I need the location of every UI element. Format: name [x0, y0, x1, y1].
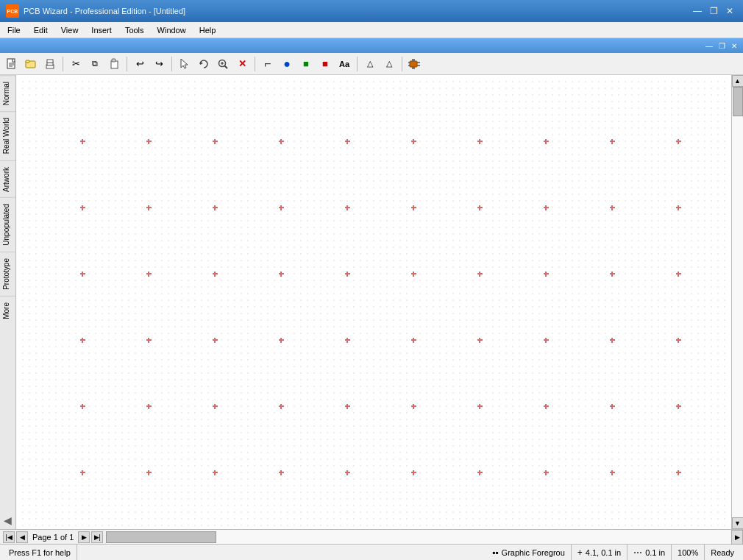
pad-blue-button[interactable]: ● — [278, 55, 296, 73]
app-icon-text: PCB — [7, 9, 18, 14]
text-button[interactable]: Aa — [335, 55, 353, 73]
print-button[interactable] — [41, 55, 59, 73]
page-prev-button[interactable]: ◀ — [16, 531, 28, 543]
layer-icon: ▪▪ — [492, 547, 499, 558]
menu-tools[interactable]: Tools — [119, 22, 150, 38]
doc-minimize-button[interactable]: — — [703, 40, 715, 51]
svg-rect-8 — [47, 60, 53, 63]
open-button[interactable] — [22, 55, 40, 73]
svg-rect-17 — [410, 61, 417, 67]
svg-marker-11 — [181, 59, 188, 68]
status-coordinates: + 4.1, 0.1 in — [572, 545, 628, 560]
toolbar-sep6 — [402, 57, 402, 71]
scroll-right-button[interactable]: ▶ — [731, 530, 743, 545]
sidebar-tab-prototype[interactable]: Prototype — [0, 252, 15, 296]
horizontal-scroll-thumb[interactable] — [106, 531, 216, 543]
status-zoom: 100% — [672, 545, 705, 560]
sidebar-collapse[interactable]: ◀ — [1, 511, 15, 529]
doc-restore-button[interactable]: ❐ — [716, 40, 728, 51]
rotate-button[interactable] — [195, 55, 213, 73]
menu-window[interactable]: Window — [152, 22, 192, 38]
doc-close-button[interactable]: ✕ — [728, 40, 740, 51]
canvas-area[interactable] — [16, 75, 731, 529]
cut-button[interactable]: ✂ — [67, 55, 85, 73]
toolbar-sep3 — [171, 57, 172, 71]
menu-help[interactable]: Help — [193, 22, 222, 38]
status-layer: ▪▪ Graphic Foregrou — [486, 545, 572, 560]
scroll-thumb-vertical[interactable] — [733, 87, 743, 116]
status-grid: ⋯ 0.1 in — [628, 545, 672, 560]
left-sidebar: Normal Real World Artwork Unpopulated Pr… — [0, 75, 16, 529]
svg-line-14 — [225, 65, 228, 68]
sidebar-tab-artwork[interactable]: Artwork — [0, 160, 15, 198]
scroll-up-button[interactable]: ▲ — [732, 75, 744, 87]
layer-text: Graphic Foregrou — [502, 548, 565, 557]
scroll-down-button[interactable]: ▼ — [732, 517, 744, 529]
menu-file[interactable]: File — [1, 22, 26, 38]
page-last-button[interactable]: ▶| — [91, 531, 103, 543]
select-button[interactable] — [176, 55, 193, 73]
menu-bar: File Edit View Insert Tools Window Help — [0, 22, 743, 38]
sidebar-tab-normal[interactable]: Normal — [0, 75, 15, 111]
dot-grid-canvas — [16, 75, 731, 529]
coordinates-icon: + — [577, 547, 583, 558]
delete-button[interactable]: ✕ — [233, 55, 251, 73]
menu-insert[interactable]: Insert — [85, 22, 118, 38]
measure2-button[interactable]: △ — [380, 55, 398, 73]
svg-rect-10 — [112, 59, 115, 62]
grid-text: 0.1 in — [645, 548, 665, 557]
redo-button[interactable]: ↪ — [150, 55, 168, 73]
close-button[interactable]: ✕ — [722, 4, 737, 18]
window-controls: — ❐ ✕ — [690, 4, 737, 18]
measure1-button[interactable]: △ — [361, 55, 379, 73]
new-button[interactable] — [3, 55, 21, 73]
page-label: Page 1 of 1 — [29, 533, 77, 542]
doc-controls: — ❐ ✕ — [703, 40, 740, 51]
page-nav: |◀ ◀ Page 1 of 1 ▶ ▶| — [0, 531, 106, 543]
zoom-button[interactable] — [214, 55, 232, 73]
copy-button[interactable]: ⧉ — [86, 55, 104, 73]
restore-button[interactable]: ❐ — [706, 4, 721, 18]
zoom-text: 100% — [678, 548, 698, 557]
pad-red-button[interactable]: ■ — [316, 55, 334, 73]
sidebar-tab-realworld[interactable]: Real World — [0, 111, 15, 160]
status-bar: Press F1 for help ▪▪ Graphic Foregrou + … — [0, 544, 743, 560]
menu-view[interactable]: View — [55, 22, 85, 38]
svg-rect-5 — [26, 60, 29, 63]
paste-button[interactable] — [105, 55, 123, 73]
undo-button[interactable]: ↩ — [131, 55, 149, 73]
minimize-button[interactable]: — — [690, 4, 705, 18]
app-icon: PCB — [6, 4, 19, 18]
title-bar: PCB PCB Wizard - Professional Edition - … — [0, 0, 743, 22]
toolbar: ✂ ⧉ ↩ ↪ ✕ ⌐ ● ■ ■ Aa △ △ — [0, 53, 743, 75]
wire-button[interactable]: ⌐ — [259, 55, 277, 73]
page-next-button[interactable]: ▶ — [78, 531, 90, 543]
vertical-scrollbar: ▲ ▼ — [731, 75, 743, 529]
scroll-track-vertical[interactable] — [732, 87, 743, 517]
status-help: Press F1 for help — [3, 545, 77, 560]
title-left: PCB PCB Wizard - Professional Edition - … — [6, 4, 185, 18]
help-text: Press F1 for help — [9, 548, 71, 557]
title-text: PCB Wizard - Professional Edition - [Unt… — [24, 7, 185, 15]
horizontal-scroll-track[interactable] — [106, 530, 731, 544]
component-button[interactable] — [406, 55, 424, 73]
ready-text: Ready — [711, 548, 734, 557]
bottom-bar: |◀ ◀ Page 1 of 1 ▶ ▶| ▶ — [0, 529, 743, 544]
svg-marker-12 — [200, 62, 203, 65]
status-ready: Ready — [705, 545, 740, 560]
sidebar-tab-more[interactable]: More — [0, 296, 15, 325]
grid-icon: ⋯ — [633, 547, 642, 558]
toolbar-sep1 — [63, 57, 63, 71]
coordinates-text: 4.1, 0.1 in — [586, 548, 621, 557]
toolbar-sep5 — [357, 57, 358, 71]
sidebar-tab-unpopulated[interactable]: Unpopulated — [0, 197, 15, 252]
menu-edit[interactable]: Edit — [28, 22, 54, 38]
toolbar-sep4 — [255, 57, 255, 71]
pad-green-button[interactable]: ■ — [297, 55, 315, 73]
page-first-button[interactable]: |◀ — [3, 531, 15, 543]
toolbar-sep2 — [127, 57, 127, 71]
doc-title-bar: — ❐ ✕ — [0, 38, 743, 53]
